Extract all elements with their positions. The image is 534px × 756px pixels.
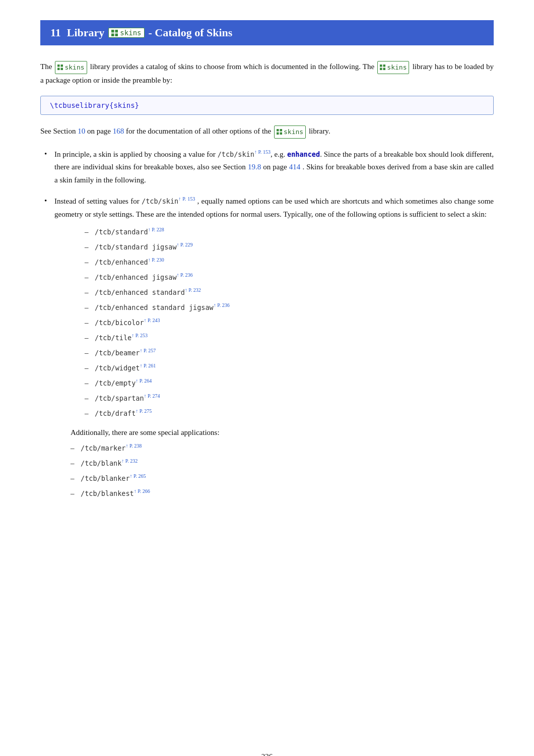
bullet2-code1: /tcb/skin [142,197,178,205]
dash-sup[interactable]: ↑ P. 253 [131,333,148,338]
skins-badge-header: skins [108,28,144,38]
bullet1-sup1[interactable]: ↑ P. 153 [254,149,271,155]
special-sup[interactable]: ↑ P. 266 [134,488,150,494]
dash-list-item: /tcb/standard↑ P. 228 [85,226,494,238]
skins-text-intro1: skins [64,62,84,73]
skins-badge-intro2: skins [377,61,409,74]
dash-sup[interactable]: ↑ P. 228 [148,227,164,232]
svg-rect-1 [115,30,118,33]
header-title: - Catalog of Skins [149,26,233,39]
dash-code: /tcb/bicolor [95,319,144,327]
dash-code: /tcb/beamer [95,349,140,357]
dash-sup[interactable]: ↑ P. 232 [185,287,201,293]
bullet-item-1: In principle, a skin is applied by choos… [40,148,494,187]
dash-code: /tcb/enhanced standard [95,288,185,296]
bullet1-text4: on page [263,163,287,171]
skins-text-see: skins [284,127,303,138]
dash-code: /tcb/standard jigsaw [95,243,177,251]
dash-list-item: /tcb/bicolor↑ P. 243 [85,317,494,329]
dash-list-special: /tcb/marker↑ P. 238/tcb/blank↑ P. 232/tc… [40,442,494,499]
skins-label-header: skins [120,29,141,37]
svg-rect-11 [383,68,386,71]
special-list-item: /tcb/blank↑ P. 232 [71,457,494,469]
svg-rect-15 [280,133,283,135]
main-bullet-list: In principle, a skin is applied by choos… [40,148,494,420]
dash-list-item: /tcb/beamer↑ P. 257 [85,347,494,359]
special-sup[interactable]: ↑ P. 265 [130,473,146,479]
dash-list-item: /tcb/empty↑ P. 264 [85,377,494,389]
dash-list-item: /tcb/enhanced standard↑ P. 232 [85,286,494,298]
intro-paragraph: The skins library provides a catalog of … [40,60,494,87]
dash-code: /tcb/widget [95,364,140,372]
dash-list-main: /tcb/standard↑ P. 228/tcb/standard jigsa… [54,226,494,419]
dash-sup[interactable]: ↑ P. 243 [144,318,160,323]
see-text1: See Section [40,127,76,135]
intro-text2: library provides a catalog of skins to c… [90,62,374,71]
dash-sup[interactable]: ↑ P. 236 [177,272,193,278]
page-number: 226 [40,752,494,756]
svg-rect-9 [383,65,386,67]
dash-code: /tcb/enhanced [95,258,148,266]
dash-sup[interactable]: ↑ P. 264 [136,378,152,384]
special-sup[interactable]: ↑ P. 238 [125,443,142,449]
grid-icon-header [111,30,118,36]
dash-code: /tcb/tile [95,334,131,342]
bullet1-text2: , e.g. [271,150,285,158]
bullet1-code1: /tcb/skin [218,150,254,158]
special-sup[interactable]: ↑ P. 232 [121,458,138,464]
special-list-item: /tcb/marker↑ P. 238 [71,442,494,454]
svg-rect-12 [277,129,279,132]
library-label: Library [67,26,105,39]
code-box-text: \tcbuselibrary{skins} [50,101,139,109]
svg-rect-4 [57,65,60,67]
grid-icon-see [277,129,282,135]
dash-list-item: /tcb/tile↑ P. 253 [85,332,494,344]
bullet1-page-link[interactable]: 414 [289,163,301,171]
see-section-paragraph: See Section 10 on page 168 for the docum… [40,125,494,139]
dash-sup[interactable]: ↑ P. 230 [148,257,164,263]
special-code: /tcb/blank [81,459,121,467]
additionally-text: Additionally, there are some special app… [71,428,494,437]
svg-rect-6 [57,68,60,71]
bullet2-sup1[interactable]: ↑ P. 153 [178,196,195,202]
see-text2: on page [87,127,111,135]
special-list-item: /tcb/blankest↑ P. 266 [71,487,494,499]
grid-icon-intro2 [380,65,385,70]
bullet1-text1: In principle, a skin is applied by choos… [54,150,216,158]
svg-rect-3 [115,33,118,36]
skins-badge-see: skins [274,125,306,139]
special-code: /tcb/marker [81,444,125,452]
dash-list-item: /tcb/widget↑ P. 261 [85,362,494,374]
dash-sup[interactable]: ↑ P. 261 [140,363,156,368]
dash-list-item: /tcb/draft↑ P. 275 [85,407,494,419]
section-link[interactable]: 10 [78,127,85,135]
bullet1-sec-link[interactable]: 19.8 [248,163,261,171]
dash-sup[interactable]: ↑ P. 257 [140,348,156,353]
grid-icon-intro1 [57,65,63,70]
dash-code: /tcb/standard [95,228,148,236]
dash-code: /tcb/empty [95,379,136,387]
dash-sup[interactable]: ↑ P. 275 [136,408,152,414]
dash-list-item: /tcb/standard jigsaw↑ P. 229 [85,241,494,253]
bullet-item-2: Instead of setting values for /tcb/skin↑… [40,195,494,419]
special-code: /tcb/blankest [81,489,134,497]
dash-code: /tcb/enhanced standard jigsaw [95,303,214,311]
skins-badge-intro1: skins [55,61,87,74]
special-code: /tcb/blanker [81,474,130,482]
dash-sup[interactable]: ↑ P. 274 [144,393,160,399]
svg-rect-13 [280,129,283,132]
section-number: 11 [50,26,61,39]
section-header: 11 Library skins - Catalog of Skins [40,20,494,45]
page-link-see[interactable]: 168 [113,127,124,135]
see-text3: for the documentation of all other optio… [126,127,271,135]
dash-code: /tcb/draft [95,409,136,417]
svg-rect-14 [277,133,279,135]
bullet1-enhanced: enhanced [287,150,320,158]
dash-sup[interactable]: ↑ P. 229 [177,242,193,247]
dash-code: /tcb/spartan [95,394,144,402]
intro-text1: The [40,62,52,71]
dash-list-item: /tcb/enhanced standard jigsaw↑ P. 236 [85,301,494,313]
dash-sup[interactable]: ↑ P. 236 [214,302,230,308]
dash-list-item: /tcb/enhanced↑ P. 230 [85,256,494,268]
svg-rect-8 [380,65,382,67]
